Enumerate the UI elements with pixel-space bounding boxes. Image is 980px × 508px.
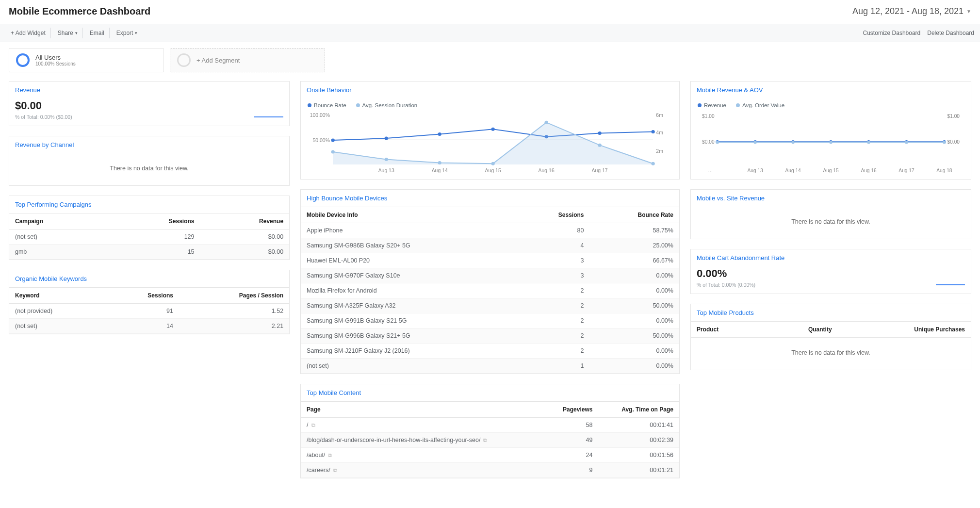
- card-title[interactable]: Organic Mobile Keywords: [9, 270, 289, 287]
- col-header[interactable]: Sessions: [108, 213, 200, 229]
- popout-icon[interactable]: ⧉: [483, 437, 487, 443]
- svg-text:2m: 2m: [656, 148, 663, 154]
- cart-abandon-value: 0.00%: [697, 267, 755, 280]
- cell: 0.00%: [589, 344, 679, 359]
- svg-point-35: [716, 141, 719, 144]
- cell: 58: [546, 418, 599, 433]
- col-header[interactable]: Pages / Session: [179, 288, 289, 304]
- svg-text:$0.00: $0.00: [947, 139, 960, 145]
- card-mobile-vs-site: Mobile vs. Site Revenue There is no data…: [690, 189, 971, 239]
- sparkline-icon: [254, 108, 283, 120]
- svg-text:Aug 13: Aug 13: [378, 168, 394, 173]
- popout-icon[interactable]: ⧉: [333, 467, 337, 474]
- share-button[interactable]: Share ▾: [53, 28, 83, 38]
- table-row[interactable]: Samsung SM-A325F Galaxy A32250.00%: [301, 298, 679, 313]
- table-row[interactable]: Samsung SM-J210F Galaxy J2 (2016)20.00%: [301, 344, 679, 359]
- card-title[interactable]: High Bounce Mobile Devices: [301, 190, 679, 207]
- svg-text:Aug 16: Aug 16: [861, 168, 877, 173]
- card-title[interactable]: Onsite Behavior: [301, 82, 679, 98]
- segment-circle-icon: [16, 53, 30, 67]
- table-row[interactable]: /careers/⧉900:01:21: [301, 463, 679, 478]
- table-row[interactable]: Samsung SM-G986B Galaxy S20+ 5G425.00%: [301, 238, 679, 253]
- table-row[interactable]: (not set)142.21: [9, 319, 289, 334]
- cell: Apple iPhone: [301, 223, 519, 238]
- table-row[interactable]: Mozilla Firefox for Android20.00%: [301, 283, 679, 298]
- export-button[interactable]: Export ▾: [112, 28, 143, 38]
- cell: Samsung SM-G970F Galaxy S10e: [301, 268, 519, 283]
- table-row[interactable]: Samsung SM-G991B Galaxy S21 5G20.00%: [301, 313, 679, 328]
- email-button[interactable]: Email: [85, 28, 110, 38]
- svg-point-9: [331, 150, 335, 154]
- table-row[interactable]: (not provided)911.52: [9, 304, 289, 319]
- cell: 50.00%: [589, 298, 679, 313]
- cell: Mozilla Firefox for Android: [301, 283, 519, 298]
- table-row[interactable]: /blog/dash-or-underscore-in-url-heres-ho…: [301, 433, 679, 448]
- add-widget-button[interactable]: + Add Widget: [6, 28, 51, 38]
- col-header[interactable]: Product: [691, 322, 763, 338]
- card-title[interactable]: Revenue by Channel: [9, 136, 289, 153]
- cell: 3: [519, 253, 589, 268]
- col-header[interactable]: Revenue: [200, 213, 290, 229]
- col-header[interactable]: Unique Purchases: [838, 322, 971, 338]
- table-row[interactable]: Samsung SM-G970F Galaxy S10e30.00%: [301, 268, 679, 283]
- cell: Huawei EML-AL00 P20: [301, 253, 519, 268]
- table-row[interactable]: (not set)10.00%: [301, 359, 679, 374]
- svg-point-8: [652, 130, 655, 133]
- cell: (not set): [9, 319, 106, 334]
- col-header[interactable]: Mobile Device Info: [301, 207, 519, 223]
- segment-circle-icon: [177, 53, 191, 67]
- table-row[interactable]: gmb15$0.00: [9, 245, 289, 260]
- add-segment-button[interactable]: + Add Segment: [170, 48, 325, 72]
- cell: 1.52: [179, 304, 289, 319]
- svg-text:6m: 6m: [656, 113, 663, 118]
- col-header[interactable]: Sessions: [519, 207, 589, 223]
- svg-text:100.00%: 100.00%: [310, 113, 330, 118]
- popout-icon[interactable]: ⧉: [328, 452, 332, 459]
- segment-all-users[interactable]: All Users 100.00% Sessions: [9, 48, 164, 72]
- svg-text:$1.00: $1.00: [702, 114, 715, 119]
- no-data-message: There is no data for this view.: [691, 338, 971, 370]
- segment-subtitle: 100.00% Sessions: [35, 61, 76, 66]
- cell: Samsung SM-G991B Galaxy S21 5G: [301, 313, 519, 328]
- card-top-content: Top Mobile Content Page Pageviews Avg. T…: [300, 384, 680, 478]
- cell: $0.00: [200, 245, 290, 260]
- card-title[interactable]: Top Performing Campaigns: [9, 196, 289, 213]
- table-row[interactable]: /about/⧉2400:01:56: [301, 448, 679, 463]
- table-row[interactable]: Huawei EML-AL00 P20366.67%: [301, 253, 679, 268]
- card-high-bounce: High Bounce Mobile Devices Mobile Device…: [300, 189, 680, 374]
- popout-icon[interactable]: ⧉: [311, 422, 315, 428]
- col-header[interactable]: Page: [301, 402, 546, 418]
- table-row[interactable]: (not set)129$0.00: [9, 229, 289, 245]
- card-title[interactable]: Mobile Cart Abandonment Rate: [691, 249, 971, 266]
- card-title[interactable]: Revenue: [9, 82, 289, 98]
- card-title[interactable]: Top Mobile Products: [691, 304, 971, 321]
- delete-dashboard-link[interactable]: Delete Dashboard: [927, 30, 974, 36]
- col-header[interactable]: Keyword: [9, 288, 106, 304]
- table-row[interactable]: Apple iPhone8058.75%: [301, 223, 679, 238]
- col-header[interactable]: Sessions: [106, 288, 179, 304]
- card-title[interactable]: Mobile vs. Site Revenue: [691, 190, 971, 207]
- card-top-products: Top Mobile Products Product Quantity Uni…: [690, 304, 971, 370]
- cell: 2: [519, 328, 589, 344]
- card-organic-keywords: Organic Mobile Keywords Keyword Sessions…: [9, 270, 290, 334]
- card-title[interactable]: Top Mobile Content: [301, 384, 679, 401]
- cell: /blog/dash-or-underscore-in-url-heres-ho…: [301, 433, 546, 448]
- date-range-picker[interactable]: Aug 12, 2021 - Aug 18, 2021 ▼: [852, 6, 971, 16]
- svg-point-36: [753, 141, 757, 144]
- caret-down-icon: ▾: [75, 31, 78, 35]
- col-header[interactable]: Campaign: [9, 213, 108, 229]
- cell: $0.00: [200, 229, 290, 245]
- card-onsite-behavior: Onsite Behavior Bounce Rate Avg. Session…: [300, 81, 680, 180]
- customize-dashboard-link[interactable]: Customize Dashboard: [863, 30, 921, 36]
- table-row[interactable]: /⧉5800:01:41: [301, 418, 679, 433]
- table-row[interactable]: Samsung SM-G996B Galaxy S21+ 5G250.00%: [301, 328, 679, 344]
- col-header[interactable]: Bounce Rate: [589, 207, 679, 223]
- cell: 4: [519, 238, 589, 253]
- col-header[interactable]: Pageviews: [546, 402, 599, 418]
- svg-point-3: [385, 136, 388, 140]
- card-title[interactable]: Mobile Revenue & AOV: [691, 82, 971, 98]
- cell: (not set): [9, 229, 108, 245]
- svg-text:Aug 18: Aug 18: [936, 168, 952, 173]
- col-header[interactable]: Quantity: [763, 322, 838, 338]
- col-header[interactable]: Avg. Time on Page: [598, 402, 679, 418]
